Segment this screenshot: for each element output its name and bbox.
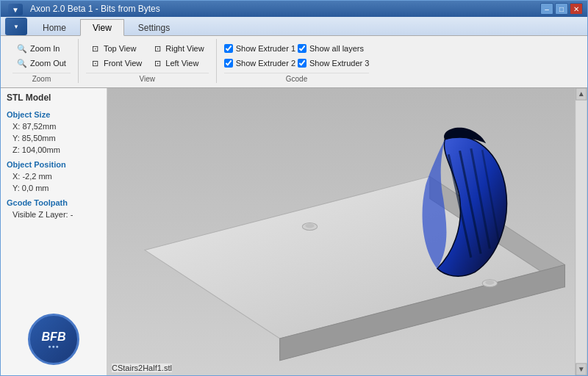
gcode-items: Show Extruder 1 Show all layers Show Ext… [224, 39, 370, 73]
top-view-button[interactable]: ⊡ Top View [86, 42, 146, 55]
ribbon-tabs: ▼ Home View Settings [1, 17, 587, 36]
left-view-icon: ⊡ [152, 58, 162, 68]
front-view-icon: ⊡ [90, 58, 101, 68]
maximize-button[interactable]: □ [555, 3, 568, 15]
sidebar: STL Model Object Size X: 87,52mm Y: 85,5… [1, 88, 107, 375]
top-view-icon: ⊡ [90, 43, 101, 54]
zoom-items: 🔍 Zoom In 🔍 Zoom Out [12, 39, 71, 73]
filename-label: CStairs2Half1.stl [112, 364, 172, 372]
bfb-logo: BFB ●●● [28, 314, 79, 365]
svg-point-7 [485, 281, 494, 285]
zoom-out-icon: 🔍 [17, 58, 27, 68]
view-items: ⊡ Top View ⊡ Right View ⊡ Front View ⊡ L… [86, 39, 209, 73]
size-x-value: X: 87,52mm [7, 122, 101, 131]
show-extruder3-checkbox[interactable]: Show Extruder 3 [298, 57, 369, 70]
window-title: Axon 2.0 Beta 1 - Bits from Bytes [30, 4, 160, 14]
stl-model-title: STL Model [7, 93, 101, 103]
app-logo-icon[interactable]: ▼ [8, 4, 23, 15]
object-size-label: Object Size [7, 110, 101, 119]
show-all-layers-checkbox[interactable]: Show all layers [298, 42, 369, 55]
zoom-group-label: Zoom [12, 73, 71, 83]
close-button[interactable]: ✕ [570, 3, 583, 15]
gcode-group-label: Gcode [224, 73, 370, 83]
left-view-button[interactable]: ⊡ Left View [148, 57, 208, 70]
bfb-logo-subtext: ●●● [48, 344, 60, 349]
tab-home[interactable]: Home [30, 19, 79, 35]
logo-area: BFB ●●● [7, 308, 101, 371]
size-z-value: Z: 104,00mm [7, 145, 101, 154]
right-view-icon: ⊡ [152, 43, 162, 54]
gcode-toolpath-link[interactable]: Gcode Toolpath [7, 198, 101, 207]
zoom-in-icon: 🔍 [17, 43, 27, 54]
title-bar-controls: – □ ✕ [540, 3, 583, 15]
object-position-label: Object Position [7, 160, 101, 169]
ribbon: ▼ Home View Settings 🔍 Zoom In 🔍 Zoom Ou… [1, 17, 587, 88]
front-view-button[interactable]: ⊡ Front View [86, 57, 146, 70]
show-extruder1-checkbox[interactable]: Show Extruder 1 [224, 42, 295, 55]
main-window: ▼ Axon 2.0 Beta 1 - Bits from Bytes – □ … [0, 0, 588, 376]
ribbon-group-zoom: 🔍 Zoom In 🔍 Zoom Out Zoom [5, 39, 79, 83]
visible-z-layer-label: Visible Z Layer: - [7, 210, 101, 219]
pos-x-value: X: -2,2 mm [7, 172, 101, 181]
view-group-label: View [86, 73, 209, 83]
content-area: STL Model Object Size X: 87,52mm Y: 85,5… [1, 88, 587, 375]
title-bar-left: ▼ Axon 2.0 Beta 1 - Bits from Bytes [5, 2, 160, 15]
pos-y-value: Y: 0,0 mm [7, 184, 101, 192]
3d-scene-svg: ▲ ▼ [107, 88, 587, 375]
svg-text:▼: ▼ [578, 365, 585, 373]
title-bar: ▼ Axon 2.0 Beta 1 - Bits from Bytes – □ … [1, 1, 587, 17]
3d-view-area[interactable]: ▲ ▼ CStairs2Half1.stl [107, 88, 587, 375]
svg-point-5 [305, 223, 314, 228]
right-view-button[interactable]: ⊡ Right View [148, 42, 208, 55]
bfb-logo-text: BFB [42, 330, 66, 344]
zoom-in-button[interactable]: 🔍 Zoom In [12, 42, 71, 55]
minimize-button[interactable]: – [540, 3, 553, 15]
ribbon-group-gcode: Show Extruder 1 Show all layers Show Ext… [217, 39, 377, 83]
svg-rect-12 [576, 88, 587, 375]
show-extruder2-checkbox[interactable]: Show Extruder 2 [224, 57, 295, 70]
tab-view[interactable]: View [80, 19, 124, 36]
size-y-value: Y: 85,50mm [7, 134, 101, 142]
ribbon-content: 🔍 Zoom In 🔍 Zoom Out Zoom ⊡ Top View [1, 36, 587, 87]
zoom-out-button[interactable]: 🔍 Zoom Out [12, 57, 71, 70]
ribbon-group-view: ⊡ Top View ⊡ Right View ⊡ Front View ⊡ L… [79, 39, 217, 83]
tab-settings[interactable]: Settings [126, 19, 182, 35]
svg-text:▲: ▲ [578, 90, 585, 98]
ribbon-logo-button[interactable]: ▼ [5, 18, 27, 35]
